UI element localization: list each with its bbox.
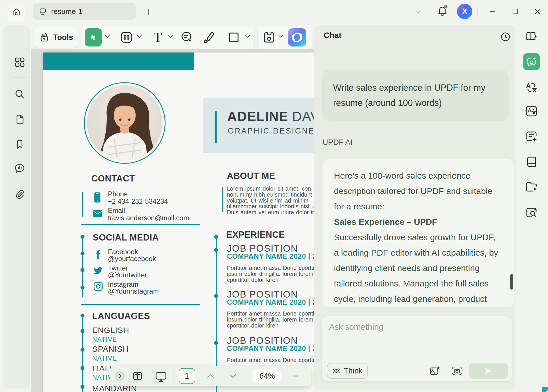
chat-scrollbar[interactable] xyxy=(510,274,513,290)
timeline-dot xyxy=(80,348,84,352)
sidebar-item-ai-chat[interactable] xyxy=(523,53,540,70)
job-company: COMPANY NAME 2020 | 2021 xyxy=(227,252,314,260)
maximize-button[interactable] xyxy=(507,4,523,19)
document-canvas: ADELINE DAVI GRAPHIC DESIGNER CONTACT Ph… xyxy=(31,49,314,392)
timeline-dot xyxy=(214,341,218,345)
translate-page-icon: A xyxy=(525,105,538,118)
about-line: Lorem ipsum dolor sit amet, con xyxy=(227,186,314,192)
minus-icon xyxy=(291,372,300,380)
zoom-level: 64% xyxy=(259,372,275,381)
new-tab-button[interactable] xyxy=(144,7,154,17)
contact-rule xyxy=(82,192,83,217)
home-icon xyxy=(11,7,21,17)
sidebar-item-panels[interactable] xyxy=(11,54,28,71)
toolbar-separator xyxy=(114,32,114,43)
heading-tool-button[interactable]: H xyxy=(119,30,134,45)
highlighter-icon xyxy=(201,30,216,45)
updf-ai-button[interactable] xyxy=(288,28,306,47)
expand-toolbar-button[interactable] xyxy=(115,371,126,381)
timeline-dot xyxy=(80,268,84,272)
stamp-tool-dropdown[interactable] xyxy=(278,34,284,39)
sidebar-item-thumbnails[interactable] xyxy=(11,111,28,128)
left-sidebar xyxy=(3,25,30,389)
timeline-dot xyxy=(80,385,84,389)
topbar-separator xyxy=(477,6,478,17)
note-sparkle-icon xyxy=(525,130,538,143)
job-line: ipsum dolor tfringilla. lorem lorem xyxy=(227,317,314,323)
close-button[interactable] xyxy=(530,4,545,19)
reader-sparkle-icon xyxy=(525,29,538,43)
timeline-dot xyxy=(214,235,218,239)
sidebar-item-search[interactable] xyxy=(11,86,28,103)
chat-history-button[interactable] xyxy=(499,30,512,43)
send-button[interactable] xyxy=(469,363,508,379)
tools-icon xyxy=(39,32,50,43)
sidebar-item-translate[interactable]: A xyxy=(525,80,538,94)
stamp-icon xyxy=(262,30,277,45)
sidebar-item-comments[interactable] xyxy=(11,160,28,177)
sidebar-item-booklet[interactable] xyxy=(525,155,538,169)
comments-icon xyxy=(14,163,25,174)
next-page-button[interactable] xyxy=(228,372,237,380)
sidebar-item-ai-reader[interactable] xyxy=(525,29,538,43)
sidebar-item-bookmarks[interactable] xyxy=(11,136,28,153)
highlighter-tool-button[interactable] xyxy=(201,30,216,45)
rectangle-tool-dropdown[interactable] xyxy=(245,34,251,39)
notification-dot xyxy=(444,5,448,8)
resume-first-name: ADELINE xyxy=(227,109,288,124)
minimize-button[interactable] xyxy=(485,4,500,19)
translate-icon: A xyxy=(525,81,538,94)
sidebar-item-ai-files[interactable] xyxy=(525,180,538,194)
previous-page-button[interactable] xyxy=(206,372,215,380)
text-tool-button[interactable]: T xyxy=(150,29,166,45)
profile-photo-frame xyxy=(84,82,166,164)
chevron-down-icon xyxy=(245,34,251,39)
presentation-button[interactable] xyxy=(155,370,167,383)
document-tab[interactable]: resume-1 xyxy=(33,3,136,20)
chat-input[interactable] xyxy=(329,322,504,355)
job-company: COMPANY NAME 2020 | 2021 xyxy=(227,298,314,306)
search-sparkle-icon xyxy=(525,206,538,219)
instagram-icon xyxy=(94,282,103,291)
job-line: Porttitor amet massa Done cporttitc xyxy=(227,357,314,363)
page-number-input[interactable]: 1 xyxy=(179,368,195,384)
zoom-level-button[interactable]: 64% xyxy=(253,369,281,383)
attachment-icon xyxy=(14,189,25,199)
job-company: COMPANY NAME 2020 | 2021 xyxy=(227,344,314,353)
account-avatar[interactable]: X xyxy=(457,4,472,19)
home-button[interactable] xyxy=(7,3,25,21)
text-tool-dropdown[interactable] xyxy=(168,34,174,39)
sidebar-item-translate-page[interactable]: A xyxy=(525,104,538,118)
about-line: volutpat. Ut wisi enim ad minim xyxy=(227,198,314,204)
folder-sparkle-icon xyxy=(525,180,538,193)
toolbar-collapse-button[interactable] xyxy=(414,7,423,17)
select-tool-dropdown[interactable] xyxy=(104,34,110,39)
sidebar-item-ai-search[interactable] xyxy=(525,206,538,219)
chevron-down-icon xyxy=(229,373,237,379)
comment-tool-button[interactable] xyxy=(179,30,194,45)
chevron-down-icon xyxy=(414,8,422,16)
tools-menu-button[interactable]: Tools xyxy=(34,27,78,48)
chat-input-card: Think xyxy=(322,316,512,381)
notifications-button[interactable] xyxy=(436,4,449,19)
ai-body-text: Successfully drove sales growth for UPDF… xyxy=(334,230,502,307)
rectangle-tool-button[interactable] xyxy=(227,31,241,44)
screenshot-button[interactable] xyxy=(451,365,463,377)
social-handle: @Yourinstagram xyxy=(108,288,159,295)
stamp-tool-button[interactable] xyxy=(262,30,277,45)
job-line: Porttitor amet massa Done cporttitc xyxy=(227,265,314,271)
job-line: cporttitor dolor kiren xyxy=(227,323,314,329)
think-toggle-button[interactable]: Think xyxy=(327,363,368,379)
attach-image-button[interactable] xyxy=(428,365,441,377)
rectangle-icon xyxy=(227,31,241,44)
zoom-out-button[interactable] xyxy=(288,371,304,381)
section-divider xyxy=(81,304,200,305)
resume-header-band xyxy=(43,52,194,70)
bookmark-icon xyxy=(15,139,25,149)
sidebar-item-ai-note[interactable] xyxy=(525,130,538,144)
heading-tool-dropdown[interactable] xyxy=(136,34,142,39)
select-tool-button[interactable] xyxy=(85,28,102,47)
sidebar-item-attachments[interactable] xyxy=(11,185,28,203)
job-description: Porttitor amet massa Done cporttitc ipsu… xyxy=(227,311,314,328)
page-layout-button[interactable] xyxy=(131,370,144,382)
